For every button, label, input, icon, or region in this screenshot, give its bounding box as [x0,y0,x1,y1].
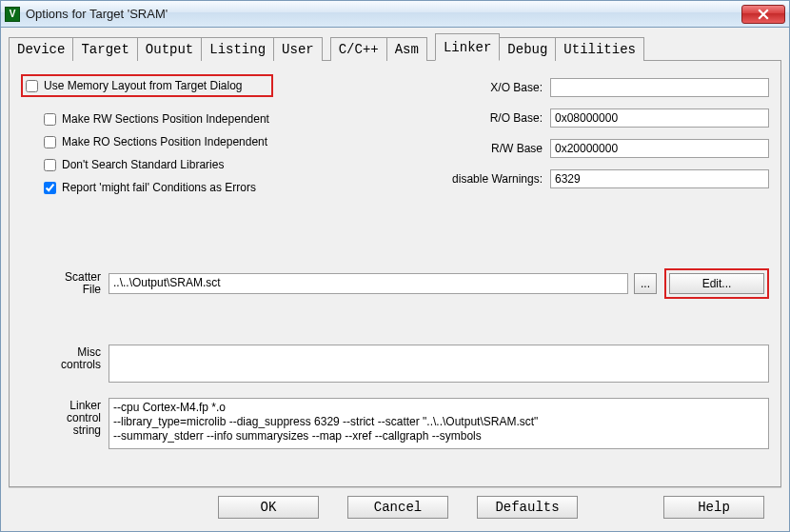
titlebar: V Options for Target 'SRAM' [1,1,789,28]
tab-asm[interactable]: Asm [387,37,427,61]
defaults-button[interactable]: Defaults [477,496,578,519]
rw-base-label: R/W Base [430,142,550,155]
use-memory-layout-label: Use Memory Layout from Target Dialog [44,79,243,92]
highlight-memory-layout: Use Memory Layout from Target Dialog [21,74,273,97]
help-button[interactable]: Help [663,496,764,519]
no-stdlib-label: Don't Search Standard Libraries [62,158,224,171]
highlight-edit: Edit... [664,268,769,299]
tab-listing[interactable]: Listing [202,37,274,61]
tab-ccpp[interactable]: C/C++ [330,37,387,61]
tabstrip: Device Target Output Listing User C/C++ … [9,33,781,61]
close-icon [758,9,769,20]
linker-panel: Use Memory Layout from Target Dialog Mak… [9,60,781,487]
disable-warnings-label: disable Warnings: [430,172,550,186]
ro-base-input[interactable] [550,108,769,128]
scatter-edit-button[interactable]: Edit... [669,273,764,294]
cancel-button[interactable]: Cancel [347,496,448,519]
ok-button[interactable]: OK [218,496,319,519]
tab-linker[interactable]: Linker [435,33,500,61]
window-title: Options for Target 'SRAM' [26,7,741,21]
xo-base-label: X/O Base: [430,81,550,94]
scatter-file-input[interactable]: ..\..\Output\SRAM.sct [109,273,628,294]
tab-user[interactable]: User [274,37,323,61]
dialog-button-bar: OK Cancel Defaults Help [9,487,781,525]
misc-controls-textarea[interactable] [109,345,769,383]
report-might-fail-checkbox[interactable] [44,182,56,194]
tab-device[interactable]: Device [9,37,73,61]
xo-base-input[interactable] [550,78,769,97]
tab-utilities[interactable]: Utilities [556,37,644,61]
ro-base-label: R/O Base: [430,111,550,125]
disable-warnings-input[interactable] [550,169,769,188]
no-stdlib-checkbox[interactable] [44,159,56,171]
use-memory-layout-checkbox[interactable] [26,80,38,92]
tab-output[interactable]: Output [138,37,202,61]
misc-controls-label: Misc controls [21,345,109,383]
scatter-browse-button[interactable]: ... [634,273,657,294]
app-icon: V [5,7,20,22]
make-ro-label: Make RO Sections Position Independent [62,135,267,148]
tab-debug[interactable]: Debug [500,37,556,61]
make-rw-label: Make RW Sections Position Independent [62,112,269,126]
report-might-fail-label: Report 'might fail' Conditions as Errors [62,181,256,194]
options-dialog: V Options for Target 'SRAM' Device Targe… [0,0,790,532]
make-ro-checkbox[interactable] [44,136,56,148]
linker-control-string-label: Linker control string [21,398,109,449]
scatter-file-label: Scatter File [21,271,109,296]
make-rw-checkbox[interactable] [44,113,56,126]
rw-base-input[interactable] [550,139,769,158]
linker-control-string-textarea[interactable]: --cpu Cortex-M4.fp *.o --library_type=mi… [109,398,769,449]
tab-target[interactable]: Target [73,37,137,61]
close-button[interactable] [741,5,785,24]
